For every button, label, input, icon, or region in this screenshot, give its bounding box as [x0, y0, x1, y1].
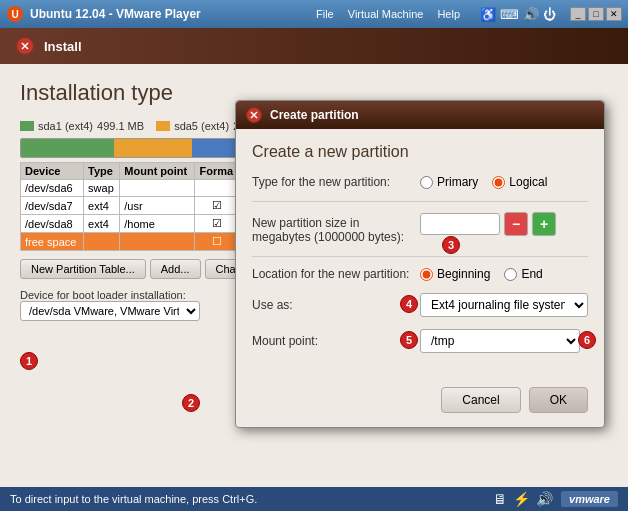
- partition-table-body: /dev/sda6 swap /dev/sda7 ext4 /usr ☑ /de…: [21, 180, 240, 251]
- accessibility-icon: ♿: [480, 7, 496, 22]
- add-button[interactable]: Add...: [150, 259, 201, 279]
- beginning-option[interactable]: Beginning: [420, 267, 490, 281]
- col-format: Forma: [195, 163, 240, 180]
- logical-option[interactable]: Logical: [492, 175, 547, 189]
- col-type: Type: [84, 163, 120, 180]
- app-icon: U: [6, 5, 24, 23]
- new-partition-table-button[interactable]: New Partition Table...: [20, 259, 146, 279]
- network-icon: 🖥: [493, 491, 507, 507]
- main-window: Install Installation type sda1 (ext4) 49…: [0, 28, 628, 511]
- power-icon: ⏻: [543, 7, 556, 22]
- cancel-button[interactable]: Cancel: [441, 387, 520, 413]
- legend-label-sda1: sda1 (ext4): [38, 120, 93, 132]
- cell-mount: /usr: [120, 197, 195, 215]
- cell-device: /dev/sda6: [21, 180, 84, 197]
- legend-color-ext4-1: [20, 121, 34, 131]
- col-device: Device: [21, 163, 84, 180]
- dialog-heading: Create a new partition: [252, 143, 588, 161]
- dialog-titlebar: Create partition: [236, 101, 604, 129]
- use-as-row: Use as: Ext4 journaling file system 4: [252, 293, 588, 317]
- annotation-2: 2: [182, 394, 200, 412]
- annotation-3: 3: [442, 236, 460, 254]
- maximize-button[interactable]: □: [588, 7, 604, 21]
- location-row: Location for the new partition: Beginnin…: [252, 267, 588, 281]
- legend-sda1: sda1 (ext4) 499.1 MB: [20, 120, 144, 132]
- end-radio[interactable]: [504, 268, 517, 281]
- speaker-icon: 🔊: [523, 7, 539, 22]
- partition-visual-bar: [20, 138, 240, 158]
- location-label: Location for the new partition:: [252, 267, 412, 281]
- partition-type-row: Type for the new partition: Primary Logi…: [252, 175, 588, 189]
- mount-point-label: Mount point:: [252, 334, 412, 348]
- cell-format: [195, 180, 240, 197]
- cell-type: ext4: [84, 197, 120, 215]
- primary-option[interactable]: Primary: [420, 175, 478, 189]
- table-row[interactable]: /dev/sda7 ext4 /usr ☑: [21, 197, 240, 215]
- mount-point-row: Mount point: /tmp 5 6: [252, 329, 588, 353]
- cell-mount: /home: [120, 215, 195, 233]
- mount-point-select[interactable]: /tmp: [420, 329, 580, 353]
- install-close-button[interactable]: [16, 37, 34, 55]
- svg-text:U: U: [11, 9, 18, 20]
- cell-format: ☑: [195, 197, 240, 215]
- status-text: To direct input to the virtual machine, …: [10, 493, 485, 505]
- close-button[interactable]: ✕: [606, 7, 622, 21]
- primary-label: Primary: [437, 175, 478, 189]
- partition-type-radio-group: Primary Logical: [420, 175, 547, 189]
- cell-mount: [120, 233, 195, 251]
- cell-type: ext4: [84, 215, 120, 233]
- window-controls: _ □ ✕: [570, 7, 622, 21]
- size-input[interactable]: 1000: [420, 213, 500, 235]
- minimize-button[interactable]: _: [570, 7, 586, 21]
- cell-type: swap: [84, 180, 120, 197]
- install-header: Install: [0, 28, 628, 64]
- table-row[interactable]: /dev/sda6 swap: [21, 180, 240, 197]
- logical-radio[interactable]: [492, 176, 505, 189]
- partition-type-label: Type for the new partition:: [252, 175, 412, 189]
- partition-bar-ext4-1: [21, 139, 114, 157]
- menu-bar: File Virtual Machine Help: [310, 6, 466, 22]
- install-title: Install: [44, 39, 82, 54]
- dialog-body: Create a new partition Type for the new …: [236, 129, 604, 379]
- ok-button[interactable]: OK: [529, 387, 588, 413]
- titlebar: U Ubuntu 12.04 - VMware Player File Virt…: [0, 0, 628, 28]
- beginning-radio[interactable]: [420, 268, 433, 281]
- bootloader-select[interactable]: /dev/sda VMware, VMware Virtual S: [20, 301, 200, 321]
- cell-device: /dev/sda7: [21, 197, 84, 215]
- window-title: Ubuntu 12.04 - VMware Player: [30, 7, 304, 21]
- menu-file[interactable]: File: [310, 6, 340, 22]
- annotation-5: 5: [400, 331, 418, 349]
- cell-mount: [120, 180, 195, 197]
- bootloader-label2: tallation:: [145, 289, 186, 301]
- table-row[interactable]: free space ☐: [21, 233, 240, 251]
- usb-icon: ⚡: [513, 491, 530, 507]
- annotation-4: 4: [400, 295, 418, 313]
- dialog-title: Create partition: [270, 108, 359, 122]
- legend-color-ext4-2: [156, 121, 170, 131]
- dialog-close-button[interactable]: [246, 107, 262, 123]
- partition-size-row: New partition size inmegabytes (1000000 …: [252, 212, 588, 244]
- menu-help[interactable]: Help: [431, 6, 466, 22]
- partition-size-label: New partition size inmegabytes (1000000 …: [252, 212, 412, 244]
- status-bar: To direct input to the virtual machine, …: [0, 487, 628, 511]
- create-partition-dialog: Create partition Create a new partition …: [235, 100, 605, 428]
- use-as-select[interactable]: Ext4 journaling file system: [420, 293, 588, 317]
- cell-type: [84, 233, 120, 251]
- primary-radio[interactable]: [420, 176, 433, 189]
- menu-virtual-machine[interactable]: Virtual Machine: [342, 6, 430, 22]
- table-row[interactable]: /dev/sda8 ext4 /home ☑: [21, 215, 240, 233]
- partition-bar-blue: [192, 139, 239, 157]
- end-option[interactable]: End: [504, 267, 542, 281]
- size-increase-button[interactable]: +: [532, 212, 556, 236]
- system-tray: ♿ ⌨ 🔊 ⏻: [480, 7, 556, 22]
- location-radio-group: Beginning End: [420, 267, 543, 281]
- dialog-footer: Cancel OK: [236, 379, 604, 427]
- content-area: Installation type sda1 (ext4) 499.1 MB s…: [0, 64, 628, 487]
- annotation-6: 6: [578, 331, 596, 349]
- partition-table: Device Type Mount point Forma /dev/sda6 …: [20, 162, 240, 251]
- annotation-1: 1: [20, 352, 38, 370]
- vmware-badge: vmware: [561, 491, 618, 507]
- logical-label: Logical: [509, 175, 547, 189]
- size-decrease-button[interactable]: −: [504, 212, 528, 236]
- end-label: End: [521, 267, 542, 281]
